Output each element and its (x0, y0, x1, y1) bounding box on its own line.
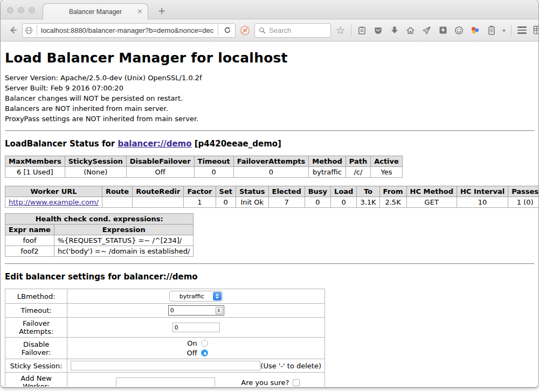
back-button[interactable] (6, 23, 19, 37)
zoom-window-button[interactable] (29, 7, 35, 13)
new-tab-button[interactable]: + (155, 5, 169, 17)
number-spinner-icon[interactable] (216, 307, 223, 314)
cell-stickysession: (None) (65, 167, 126, 178)
failover-attempts-input[interactable] (172, 323, 220, 332)
search-placeholder[interactable]: Search (269, 26, 291, 34)
tab-balancer-manager[interactable]: Balancer Manager × (43, 3, 148, 19)
tab-groups-button[interactable] (531, 23, 538, 37)
failover-attempts-row: Failover Attempts: (5, 318, 325, 338)
are-you-sure-checkbox[interactable] (293, 379, 300, 386)
lbmethod-select[interactable]: bytraffic (169, 291, 223, 302)
cell-status: Init Ok (236, 197, 268, 208)
col-failoverattempts: FailoverAttempts (233, 156, 309, 167)
smiley-icon (454, 26, 464, 35)
search-bar[interactable]: Search (254, 23, 331, 38)
extension-colordots-button[interactable] (468, 23, 482, 37)
cell-hc-method: GET (406, 197, 457, 208)
close-window-button[interactable] (7, 7, 13, 13)
cell-expression: %{REQUEST_STATUS} =~ /^[234]/ (54, 235, 194, 246)
on-radio-button[interactable] (201, 340, 208, 347)
timeout-input[interactable] (169, 307, 216, 314)
timeout-input-wrap (168, 305, 224, 316)
col-routeredir: RouteRedir (133, 186, 184, 197)
reading-list-button[interactable] (355, 23, 369, 37)
timeout-row: Timeout: (5, 304, 325, 318)
section-divider (5, 263, 534, 264)
add-worker-input[interactable] (116, 377, 215, 387)
health-header-row: Expr name Expression (5, 225, 194, 235)
url-bar[interactable]: localhost:8880/balancer-manager?b=demo&n… (22, 23, 236, 38)
cell-from: 2.5K (379, 197, 406, 208)
balancer-demo-link[interactable]: balancer://demo (118, 139, 191, 149)
titlebar: Balancer Manager × + (1, 0, 538, 19)
minimize-window-button[interactable] (18, 7, 24, 13)
window-controls (7, 7, 35, 13)
col-worker-url: Worker URL (5, 186, 102, 197)
worker-url-link[interactable]: http://www.example.com/ (9, 198, 99, 206)
lbmethod-selected-value: bytraffic (170, 293, 213, 300)
worker-data-row: http://www.example.com/ 1 0 Init Ok 7 0 … (5, 197, 539, 208)
on-radio-label: On (184, 339, 197, 347)
col-passes: Passes (508, 186, 538, 197)
cell-set: 0 (216, 197, 236, 208)
menu-button[interactable] (515, 23, 529, 37)
home-button[interactable] (404, 23, 417, 37)
clipboard-icon (357, 26, 367, 35)
cell-hc-interval: 10 (457, 197, 508, 208)
toolbar-divider (511, 25, 512, 36)
save-to-device-button[interactable] (436, 23, 450, 37)
add-worker-row: Add New Worker: Are you sure? (5, 373, 325, 387)
overflow-caret-button[interactable]: ▾ (501, 23, 507, 37)
page-content: Load Balancer Manager for localhost Serv… (1, 41, 538, 387)
back-arrow-icon (8, 25, 18, 35)
cell-expression: hc('body') =~ /domain is established/ (54, 246, 194, 257)
battery-icon (488, 25, 495, 35)
downloads-button[interactable] (388, 23, 401, 37)
cell-elected: 7 (268, 197, 305, 208)
col-expr-name: Expr name (5, 225, 54, 235)
feedback-button[interactable] (452, 23, 466, 37)
toolbar-divider (351, 25, 351, 36)
col-maxmembers: MaxMembers (5, 156, 65, 167)
col-factor: Factor (184, 186, 216, 197)
sticky-session-input[interactable] (71, 361, 260, 370)
disable-failover-label: Disable Failover: (5, 338, 67, 359)
content-blocked-button[interactable] (238, 23, 252, 37)
download-arrow-icon (390, 26, 399, 34)
off-radio-button[interactable] (201, 349, 208, 356)
col-status: Status (236, 186, 268, 197)
col-active: Active (371, 156, 403, 167)
health-row-foof2: foof2 hc('body') =~ /domain is establish… (5, 246, 194, 257)
bookmark-button[interactable]: ☆ (334, 23, 347, 37)
url-text[interactable]: localhost:8880/balancer-manager?b=demo&n… (41, 26, 214, 34)
failover-attempts-label: Failover Attempts: (5, 318, 67, 338)
col-timeout: Timeout (194, 156, 233, 167)
pocket-button[interactable] (371, 23, 385, 37)
send-tab-button[interactable] (420, 23, 433, 37)
box-download-icon (439, 26, 447, 34)
cell-active: Yes (371, 167, 403, 178)
balancer-header-row: MaxMembers StickySession DisableFailover… (5, 156, 403, 167)
home-icon (406, 26, 415, 35)
lbmethod-label: LBmethod: (5, 289, 67, 304)
urlbar-divider (37, 25, 37, 36)
lbmethod-row: LBmethod: bytraffic (5, 289, 325, 304)
paper-plane-icon (422, 26, 431, 35)
battery-status-button[interactable] (485, 23, 498, 37)
health-table-title: Health check cond. expressions: (5, 214, 194, 225)
col-route: Route (102, 186, 132, 197)
col-expression: Expression (54, 225, 194, 235)
close-tab-icon[interactable]: × (137, 7, 143, 16)
edit-balancer-form: LBmethod: bytraffic Timeout: (5, 289, 325, 387)
col-hc-interval: HC Interval (457, 186, 508, 197)
page-title: Load Balancer Manager for localhost (5, 50, 534, 66)
cell-expr-name: foof2 (5, 246, 54, 257)
cell-method: bytraffic (309, 167, 345, 178)
select-arrows-icon (213, 292, 222, 300)
reload-button[interactable] (222, 23, 233, 37)
cell-timeout: 0 (194, 167, 233, 178)
grid-panels-icon (533, 25, 538, 35)
sticky-session-row: Sticky Session: (Use '-' to delete) (5, 359, 325, 373)
server-version-line: Server Version: Apache/2.5.0-dev (Unix) … (5, 73, 534, 83)
sticky-session-label: Sticky Session: (5, 359, 67, 373)
